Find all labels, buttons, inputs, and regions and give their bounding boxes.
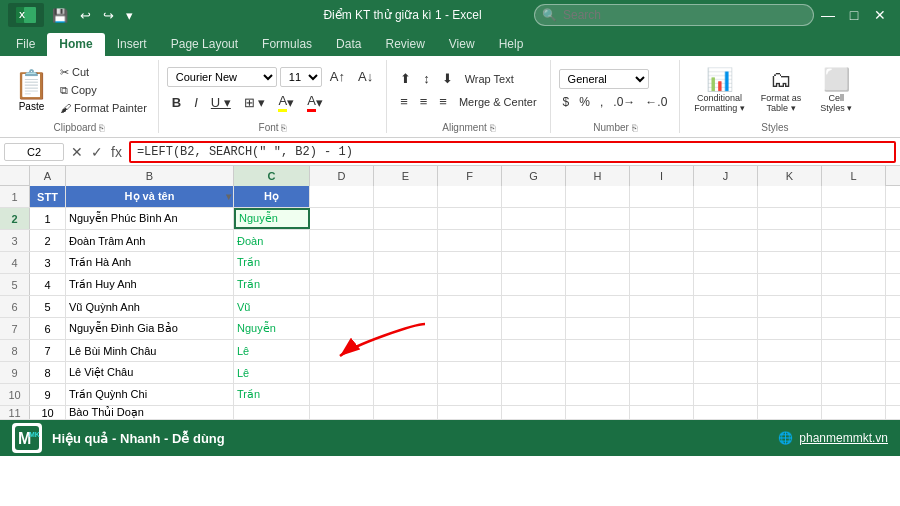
underline-button[interactable]: U ▾ — [206, 93, 236, 112]
cell-g10[interactable] — [502, 384, 566, 405]
cell-j5[interactable] — [694, 274, 758, 295]
cell-i4[interactable] — [630, 252, 694, 273]
cell-k4[interactable] — [758, 252, 822, 273]
cell-e7[interactable] — [374, 318, 438, 339]
cell-i8[interactable] — [630, 340, 694, 361]
font-increase-button[interactable]: A↑ — [325, 67, 350, 86]
align-top-button[interactable]: ⬆ — [395, 69, 416, 88]
cell-l11[interactable] — [822, 406, 886, 419]
cell-g6[interactable] — [502, 296, 566, 317]
cell-k10[interactable] — [758, 384, 822, 405]
cell-k5[interactable] — [758, 274, 822, 295]
tab-help[interactable]: Help — [487, 33, 536, 56]
cell-c4[interactable]: Trần — [234, 252, 310, 273]
cell-a8[interactable]: 7 — [30, 340, 66, 361]
cell-i1[interactable] — [630, 186, 694, 207]
cell-f10[interactable] — [438, 384, 502, 405]
cell-i7[interactable] — [630, 318, 694, 339]
cell-f7[interactable] — [438, 318, 502, 339]
cell-l8[interactable] — [822, 340, 886, 361]
col-header-h[interactable]: H — [566, 166, 630, 186]
font-decrease-button[interactable]: A↓ — [353, 67, 378, 86]
fill-color-button[interactable]: A ▾ — [273, 91, 299, 114]
cell-g8[interactable] — [502, 340, 566, 361]
cell-a7[interactable]: 6 — [30, 318, 66, 339]
col-header-b[interactable]: B — [66, 166, 234, 186]
merge-center-button[interactable]: Merge & Center — [454, 94, 542, 110]
cell-d6[interactable] — [310, 296, 374, 317]
cell-b7[interactable]: Nguyễn Đình Gia Bảo — [66, 318, 234, 339]
cell-l9[interactable] — [822, 362, 886, 383]
cell-e4[interactable] — [374, 252, 438, 273]
cell-d10[interactable] — [310, 384, 374, 405]
tab-insert[interactable]: Insert — [105, 33, 159, 56]
cell-a6[interactable]: 5 — [30, 296, 66, 317]
cell-i11[interactable] — [630, 406, 694, 419]
cell-e1[interactable] — [374, 186, 438, 207]
insert-function-button[interactable]: fx — [108, 144, 125, 160]
cell-e5[interactable] — [374, 274, 438, 295]
website-text[interactable]: phanmemmkt.vn — [799, 431, 888, 445]
border-button[interactable]: ⊞ ▾ — [239, 93, 271, 112]
decimal-increase-button[interactable]: .0→ — [609, 93, 639, 111]
cell-a9[interactable]: 8 — [30, 362, 66, 383]
cell-j1[interactable] — [694, 186, 758, 207]
cell-g7[interactable] — [502, 318, 566, 339]
bold-button[interactable]: B — [167, 93, 186, 112]
cell-e11[interactable] — [374, 406, 438, 419]
cell-l6[interactable] — [822, 296, 886, 317]
cell-c10[interactable]: Trần — [234, 384, 310, 405]
dollar-button[interactable]: $ — [559, 93, 574, 111]
decimal-decrease-button[interactable]: ←.0 — [641, 93, 671, 111]
cell-f3[interactable] — [438, 230, 502, 251]
cell-f6[interactable] — [438, 296, 502, 317]
cell-b6[interactable]: Vũ Quỳnh Anh — [66, 296, 234, 317]
cell-c1[interactable]: Họ — [234, 186, 310, 207]
cell-k7[interactable] — [758, 318, 822, 339]
cell-l2[interactable] — [822, 208, 886, 229]
tab-data[interactable]: Data — [324, 33, 373, 56]
cell-f8[interactable] — [438, 340, 502, 361]
font-size-select[interactable]: 11 — [280, 67, 322, 87]
cell-f11[interactable] — [438, 406, 502, 419]
comma-button[interactable]: , — [596, 93, 607, 111]
cell-f4[interactable] — [438, 252, 502, 273]
tab-page-layout[interactable]: Page Layout — [159, 33, 250, 56]
save-button[interactable]: 💾 — [48, 6, 72, 25]
cell-b4[interactable]: Trần Hà Anh — [66, 252, 234, 273]
tab-file[interactable]: File — [4, 33, 47, 56]
cell-j3[interactable] — [694, 230, 758, 251]
cell-d4[interactable] — [310, 252, 374, 273]
cell-l3[interactable] — [822, 230, 886, 251]
close-button[interactable]: ✕ — [868, 3, 892, 27]
tab-view[interactable]: View — [437, 33, 487, 56]
cell-c8[interactable]: Lê — [234, 340, 310, 361]
cell-h11[interactable] — [566, 406, 630, 419]
cell-d3[interactable] — [310, 230, 374, 251]
cell-d5[interactable] — [310, 274, 374, 295]
cell-h10[interactable] — [566, 384, 630, 405]
cell-k8[interactable] — [758, 340, 822, 361]
cell-j6[interactable] — [694, 296, 758, 317]
undo-button[interactable]: ↩ — [76, 6, 95, 25]
cell-d11[interactable] — [310, 406, 374, 419]
cell-l4[interactable] — [822, 252, 886, 273]
cell-g1[interactable] — [502, 186, 566, 207]
col-header-d[interactable]: D — [310, 166, 374, 186]
cell-b3[interactable]: Đoàn Trâm Anh — [66, 230, 234, 251]
cell-e6[interactable] — [374, 296, 438, 317]
cell-h4[interactable] — [566, 252, 630, 273]
cell-j4[interactable] — [694, 252, 758, 273]
col-header-e[interactable]: E — [374, 166, 438, 186]
cell-d1[interactable] — [310, 186, 374, 207]
cell-styles-button[interactable]: ⬜ CellStyles ▾ — [811, 63, 861, 117]
cell-g5[interactable] — [502, 274, 566, 295]
cell-h9[interactable] — [566, 362, 630, 383]
cell-c6[interactable]: Vũ — [234, 296, 310, 317]
cell-h6[interactable] — [566, 296, 630, 317]
cell-f2[interactable] — [438, 208, 502, 229]
cell-c5[interactable]: Trần — [234, 274, 310, 295]
cell-g9[interactable] — [502, 362, 566, 383]
cell-j8[interactable] — [694, 340, 758, 361]
format-painter-button[interactable]: 🖌 Format Painter — [57, 101, 150, 115]
